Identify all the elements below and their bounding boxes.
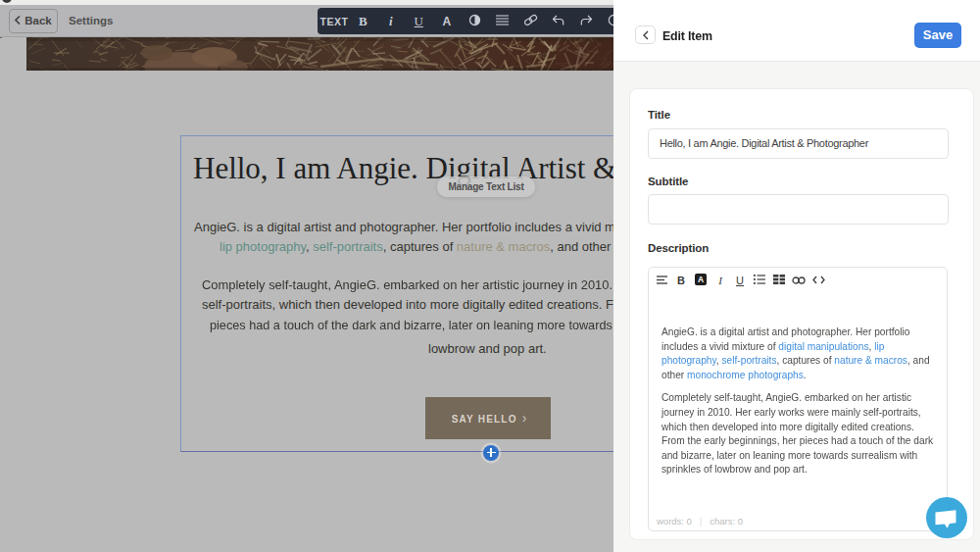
svg-text:A: A [698, 275, 704, 284]
